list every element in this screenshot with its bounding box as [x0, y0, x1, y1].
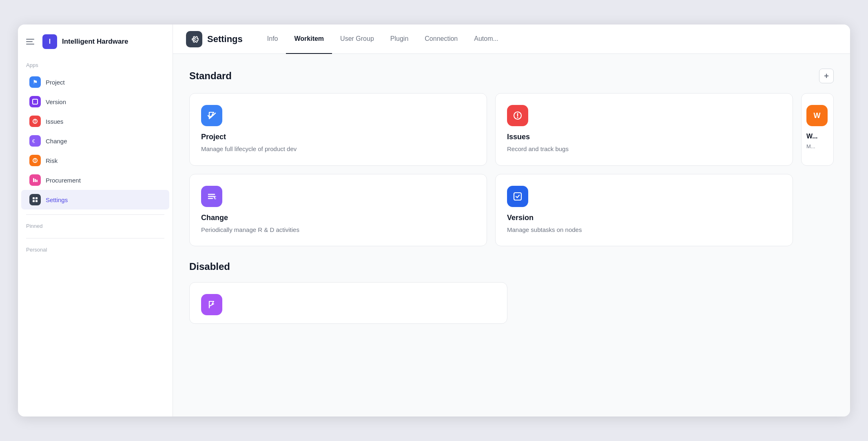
settings-page-icon — [186, 31, 202, 47]
svg-rect-14 — [35, 200, 38, 202]
sidebar: I Intelligent Hardware Apps ⚑ Project Ve… — [18, 24, 173, 416]
sidebar-item-label: Version — [46, 98, 66, 105]
sidebar-divider-1 — [26, 214, 164, 215]
tab-workitem[interactable]: Workitem — [286, 24, 332, 54]
project-card-icon — [201, 105, 222, 126]
sidebar-item-label: Procurement — [46, 177, 81, 184]
settings-icon — [29, 194, 41, 205]
card-version[interactable]: Version Manage subtasks on nodes — [495, 174, 793, 247]
partial-card-right-top: W W... M... — [801, 93, 834, 166]
partial-card-icon: W — [806, 105, 828, 126]
risk-icon — [29, 155, 41, 166]
workspace-logo: I — [42, 34, 57, 49]
svg-point-7 — [35, 161, 35, 162]
main-content: Settings Info Workitem User Group Plugin… — [173, 24, 850, 416]
sidebar-item-label: Change — [46, 138, 67, 145]
tab-automation[interactable]: Autom... — [466, 24, 507, 54]
sidebar-item-settings[interactable]: Settings — [21, 190, 169, 209]
sidebar-item-label: Risk — [46, 157, 58, 164]
project-icon: ⚑ — [29, 76, 41, 88]
issues-card-title: Issues — [507, 133, 781, 141]
version-card-icon — [507, 186, 528, 207]
add-button[interactable]: + — [819, 69, 834, 83]
sidebar-item-label: Issues — [46, 118, 63, 125]
personal-section-label: Personal — [18, 247, 173, 257]
hamburger-menu-icon[interactable] — [26, 36, 38, 47]
issues-card-icon — [507, 105, 528, 126]
top-bar: Settings Info Workitem User Group Plugin… — [173, 24, 850, 54]
page-title: Settings — [207, 34, 243, 45]
svg-point-3 — [35, 122, 35, 123]
partial-card-desc: M... — [806, 143, 828, 149]
card-change[interactable]: € Change Periodically manage R & D activ… — [189, 174, 487, 247]
sidebar-item-label: Settings — [46, 196, 68, 203]
svg-text:€: € — [214, 195, 216, 200]
sidebar-item-procurement[interactable]: Procurement — [21, 170, 169, 190]
issues-card-desc: Record and track bugs — [507, 145, 781, 154]
sidebar-item-label: Project — [46, 79, 65, 86]
workspace-name: Intelligent Hardware — [62, 38, 128, 46]
disabled-card-icon — [201, 294, 222, 315]
sidebar-header: I Intelligent Hardware — [18, 34, 173, 59]
svg-rect-10 — [36, 180, 38, 182]
sidebar-item-change[interactable]: € Change — [21, 131, 169, 151]
project-card-desc: Manage full lifecycle of product dev — [201, 145, 475, 154]
change-icon: € — [29, 135, 41, 147]
svg-rect-20 — [514, 193, 521, 200]
top-navigation: Info Workitem User Group Plugin Connecti… — [259, 24, 837, 54]
partial-card-title: W... — [806, 133, 828, 140]
disabled-label: Disabled — [189, 261, 230, 272]
tab-user-group[interactable]: User Group — [332, 24, 382, 54]
apps-section-label: Apps — [18, 62, 173, 72]
version-card-desc: Manage subtasks on nodes — [507, 225, 781, 235]
standard-section-header: Standard + — [189, 69, 834, 83]
tab-info[interactable]: Info — [259, 24, 286, 54]
content-area: Standard + — [173, 54, 850, 416]
svg-text:€: € — [32, 138, 35, 144]
sidebar-item-project[interactable]: ⚑ Project — [21, 72, 169, 92]
svg-rect-11 — [33, 197, 35, 199]
sidebar-item-version[interactable]: Version — [21, 92, 169, 111]
tab-plugin[interactable]: Plugin — [382, 24, 416, 54]
svg-point-18 — [517, 117, 518, 118]
card-project[interactable]: Project Manage full lifecycle of product… — [189, 93, 487, 166]
change-card-title: Change — [201, 214, 475, 222]
svg-rect-9 — [35, 179, 36, 182]
procurement-icon — [29, 174, 41, 186]
card-disabled-partial[interactable] — [189, 282, 507, 324]
project-card-title: Project — [201, 133, 475, 141]
issues-icon — [29, 116, 41, 127]
svg-rect-0 — [33, 99, 38, 104]
pinned-section-label: Pinned — [18, 223, 173, 233]
sidebar-item-risk[interactable]: Risk — [21, 151, 169, 170]
change-card-desc: Periodically manage R & D activities — [201, 225, 475, 235]
version-icon — [29, 96, 41, 107]
standard-label: Standard — [189, 70, 232, 82]
tab-connection[interactable]: Connection — [416, 24, 466, 54]
sidebar-item-issues[interactable]: Issues — [21, 111, 169, 131]
svg-rect-12 — [35, 197, 38, 199]
sidebar-divider-2 — [26, 238, 164, 238]
svg-rect-8 — [33, 178, 34, 182]
change-card-icon: € — [201, 186, 222, 207]
disabled-section-header: Disabled — [189, 261, 834, 272]
svg-rect-13 — [33, 200, 35, 202]
card-issues[interactable]: Issues Record and track bugs — [495, 93, 793, 166]
version-card-title: Version — [507, 214, 781, 222]
